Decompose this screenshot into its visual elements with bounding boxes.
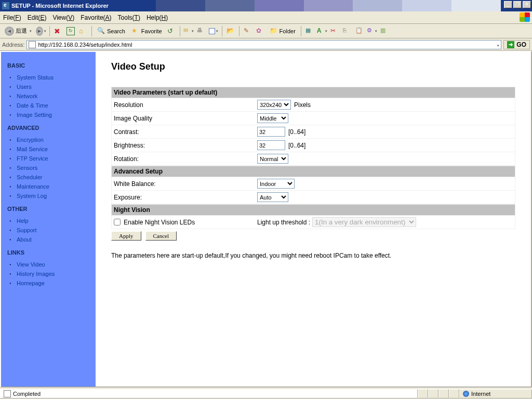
globe-icon bbox=[463, 391, 469, 397]
sidebar-item-help[interactable]: Help bbox=[17, 216, 91, 225]
sidebar-links-header: LINKS bbox=[7, 249, 91, 256]
exposure-select[interactable]: Auto bbox=[257, 192, 288, 202]
folder-button[interactable]: 📁Folder bbox=[267, 25, 298, 37]
titlebar-decor bbox=[156, 0, 501, 11]
url-text: http://192.168.0.234/setup/index.html bbox=[38, 42, 132, 48]
resolution-select[interactable]: 320x240 bbox=[257, 100, 291, 110]
favorite-button[interactable]: ★Favorite bbox=[129, 25, 165, 37]
section-night-vision: Night Vision bbox=[111, 204, 515, 216]
white-balance-label: White Balance: bbox=[114, 180, 257, 188]
menu-help[interactable]: Help(H) bbox=[147, 14, 168, 21]
menu-favorite[interactable]: Favorite(A) bbox=[81, 14, 111, 21]
content-frame: BASIC System Status Users Network Date &… bbox=[0, 51, 532, 388]
resolution-label: Resolution bbox=[114, 101, 257, 109]
sidebar-item-image-setting[interactable]: Image Setting bbox=[17, 110, 91, 119]
mail-button[interactable]: ✉ bbox=[183, 25, 194, 37]
refresh-button[interactable]: ↻ bbox=[65, 25, 76, 37]
brightness-range: [0..64] bbox=[288, 142, 305, 149]
night-vision-threshold-label: Light up threshold : bbox=[257, 219, 310, 226]
zone-text: Internet bbox=[471, 391, 490, 397]
sidebar-item-view-video[interactable]: View Video bbox=[17, 260, 91, 269]
sidebar-item-users[interactable]: Users bbox=[17, 82, 91, 91]
tool-icon-1[interactable]: ✎ bbox=[242, 25, 254, 37]
search-button[interactable]: 🔍Search bbox=[95, 25, 128, 37]
address-label: Address: bbox=[2, 42, 24, 48]
menu-view[interactable]: View(V) bbox=[52, 14, 74, 21]
favorite-label: Favorite bbox=[141, 28, 162, 34]
exposure-label: Exposure: bbox=[114, 194, 257, 201]
rotation-label: Rotation: bbox=[114, 155, 257, 163]
apply-button[interactable]: Apply bbox=[111, 231, 141, 241]
window-titlebar: SETUP - Microsoft Internet Explorer _ ❐ … bbox=[0, 0, 532, 11]
ie-icon bbox=[2, 2, 9, 9]
footer-note: The parameters here are start-up default… bbox=[111, 252, 515, 259]
back-button[interactable]: ◄后退 bbox=[2, 25, 34, 37]
sidebar-item-ftp-service[interactable]: FTP Service bbox=[17, 154, 91, 163]
sidebar-item-homepage[interactable]: Homepage bbox=[17, 278, 91, 288]
contrast-input[interactable] bbox=[257, 127, 285, 137]
white-balance-select[interactable]: Indoor bbox=[257, 179, 295, 189]
menu-edit[interactable]: Edit(E) bbox=[28, 14, 47, 21]
windows-logo-icon bbox=[520, 12, 530, 22]
forward-button[interactable]: ► bbox=[35, 25, 47, 37]
sidebar-item-date-time[interactable]: Date & Time bbox=[17, 101, 91, 110]
tool-icon-6[interactable]: ▥ bbox=[379, 25, 390, 37]
history-button[interactable]: ↺ bbox=[166, 25, 177, 37]
menubar: File(F) Edit(E) View(V) Favorite(A) Tool… bbox=[0, 11, 532, 24]
stop-button[interactable]: ✖ bbox=[52, 25, 64, 37]
url-dropdown-icon[interactable] bbox=[496, 42, 499, 48]
print-button[interactable]: 🖶 bbox=[195, 25, 207, 37]
quality-label: Image Quality bbox=[114, 115, 257, 122]
page-icon bbox=[29, 41, 36, 48]
sidebar-advanced-header: ADVANCED bbox=[7, 125, 91, 131]
section-advanced-setup: Advanced Setup bbox=[111, 166, 515, 177]
statusbar: Completed Internet bbox=[0, 388, 532, 399]
go-arrow-icon: ➜ bbox=[507, 41, 514, 48]
tool-icon-5[interactable]: ⚙ bbox=[366, 25, 378, 37]
back-label: 后退 bbox=[16, 27, 27, 35]
night-vision-enable-label: Enable Night Vision LEDs bbox=[124, 219, 195, 226]
restore-button[interactable]: ❐ bbox=[513, 1, 522, 8]
menu-tools[interactable]: Tools(T) bbox=[118, 14, 140, 21]
paste-icon[interactable]: 📋 bbox=[354, 25, 365, 37]
sidebar-item-network[interactable]: Network bbox=[17, 91, 91, 101]
copy-icon[interactable]: ⎘ bbox=[341, 25, 353, 37]
status-pane-1 bbox=[418, 389, 428, 398]
sidebar-item-mail-service[interactable]: Mail Service bbox=[17, 144, 91, 154]
toolbar: ◄后退 ► ✖ ↻ ⌂ 🔍Search ★Favorite ↺ ✉ 🖶 📂 ✎ … bbox=[0, 24, 532, 38]
tool-icon-3[interactable]: ▦ bbox=[304, 25, 315, 37]
status-text: Completed bbox=[13, 391, 41, 397]
menu-file[interactable]: File(F) bbox=[3, 14, 21, 21]
sidebar-item-system-log[interactable]: System Log bbox=[17, 191, 91, 201]
edit-button[interactable] bbox=[208, 25, 219, 37]
go-button[interactable]: ➜ GO bbox=[503, 40, 530, 49]
night-vision-enable-checkbox[interactable] bbox=[114, 219, 121, 225]
tool-icon-2[interactable]: ✿ bbox=[255, 25, 266, 37]
rotation-select[interactable]: Normal bbox=[257, 154, 288, 164]
quality-select[interactable]: Middle bbox=[257, 113, 288, 123]
contrast-label: Contrast: bbox=[114, 128, 257, 136]
brightness-input[interactable] bbox=[257, 140, 285, 150]
sidebar-item-maintenance[interactable]: Maintenance bbox=[17, 182, 91, 191]
sidebar-item-sensors[interactable]: Sensors bbox=[17, 163, 91, 172]
sidebar-item-history-images[interactable]: History Images bbox=[17, 269, 91, 278]
sidebar-item-about[interactable]: About bbox=[17, 235, 91, 244]
go-label: GO bbox=[516, 41, 526, 48]
page-title: Video Setup bbox=[111, 61, 515, 72]
status-pane-4 bbox=[449, 389, 459, 398]
tool-icon-4[interactable]: A bbox=[316, 25, 328, 37]
close-button[interactable]: ✕ bbox=[523, 1, 531, 8]
sidebar-item-scheduler[interactable]: Scheduler bbox=[17, 172, 91, 182]
sidebar-item-encryption[interactable]: Encryption bbox=[17, 135, 91, 144]
sidebar-item-support[interactable]: Support bbox=[17, 225, 91, 235]
status-pane-2 bbox=[428, 389, 438, 398]
folder-open-icon[interactable]: 📂 bbox=[225, 25, 236, 37]
home-button[interactable]: ⌂ bbox=[77, 25, 89, 37]
minimize-button[interactable]: _ bbox=[504, 1, 512, 8]
sidebar-other-header: OTHER bbox=[7, 206, 91, 212]
cut-icon[interactable]: ✂ bbox=[329, 25, 340, 37]
sidebar-item-system-status[interactable]: System Status bbox=[17, 73, 91, 82]
cancel-button[interactable]: Cancel bbox=[145, 231, 177, 241]
contrast-range: [0..64] bbox=[288, 128, 305, 136]
url-input[interactable]: http://192.168.0.234/setup/index.html bbox=[26, 40, 501, 49]
